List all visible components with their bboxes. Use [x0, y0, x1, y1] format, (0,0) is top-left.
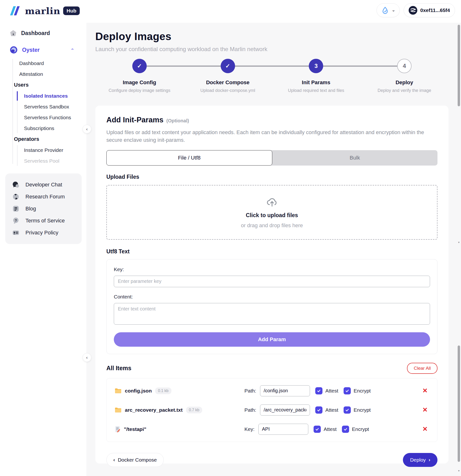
field-label: Path:: [244, 388, 256, 394]
file-dropzone[interactable]: Click to upload files or drag and drop f…: [106, 185, 437, 240]
path-input[interactable]: [260, 405, 310, 416]
attest-checkbox[interactable]: [315, 387, 322, 394]
main-content: Deploy Images Launch your confidential c…: [87, 23, 461, 476]
deploy-button[interactable]: Deploy ›: [403, 453, 437, 467]
step-init-params[interactable]: 3 Init Params Upload required text and f…: [272, 59, 360, 93]
sidebar-item-instance-provider[interactable]: Instance Provider: [0, 145, 87, 155]
key-input[interactable]: [258, 424, 308, 435]
sidebar-item-label: Oyster: [22, 47, 40, 53]
link-terms-of-service[interactable]: ? Terms of Service: [5, 215, 82, 227]
oyster-subnav: Dashboard Attestation Users Isolated Ins…: [0, 58, 87, 166]
clear-all-button[interactable]: Clear All: [407, 363, 437, 374]
dropzone-cta: Click to upload files: [246, 212, 298, 219]
optional-tag: (Optional): [166, 118, 189, 124]
dropzone-hint: or drag and drop files here: [241, 222, 303, 229]
link-developer-chat[interactable]: Developer Chat: [5, 179, 82, 191]
users-subnav: Isolated Instances Serverless Sandbox Se…: [0, 90, 87, 134]
hub-badge: Hub: [63, 7, 80, 15]
wallet-avatar-icon: [409, 6, 417, 15]
remove-item-button[interactable]: ✕: [421, 387, 429, 394]
sidebar-item-serverless-functions[interactable]: Serverless Functions: [0, 112, 87, 123]
scroll-down-arrow-icon[interactable]: ▾: [457, 469, 460, 472]
remove-item-button[interactable]: ✕: [421, 406, 429, 414]
scroll-down-arrow-icon[interactable]: ▾: [457, 241, 460, 244]
file-name: arc_recovery_packet.txt: [125, 407, 183, 413]
step-marker: ✓: [221, 59, 235, 73]
sidebar: Dashboard Oyster ⌃ Dashboard Attestation…: [0, 23, 87, 476]
encrypt-checkbox[interactable]: [342, 426, 349, 433]
memo-icon: [115, 426, 121, 432]
file-size-badge: 0.7 kb: [186, 407, 202, 413]
scrollbar-thumb[interactable]: [458, 346, 460, 462]
sidebar-footer-links: Developer Chat Research Forum Blog: [5, 173, 82, 244]
attest-checkbox[interactable]: [315, 407, 322, 414]
utf8-text-heading: Utf8 Text: [106, 248, 437, 255]
sidebar-item-serverless-sandbox[interactable]: Serverless Sandbox: [0, 101, 87, 112]
back-docker-compose-button[interactable]: ‹ Docker Compose: [106, 453, 164, 467]
all-items-heading: All Items: [106, 365, 131, 372]
step-marker: 4: [397, 59, 411, 73]
link-blog[interactable]: Blog: [5, 203, 82, 215]
sidebar-item-isolated-instances[interactable]: Isolated Instances: [0, 90, 87, 101]
page-title: Deploy Images: [95, 30, 461, 42]
network-selector[interactable]: ⌄: [376, 3, 400, 17]
remove-item-button[interactable]: ✕: [421, 425, 429, 433]
file-name: config.json: [125, 388, 152, 394]
cloud-upload-icon: [266, 196, 278, 208]
oyster-icon: [10, 46, 18, 54]
folder-icon: [115, 388, 122, 394]
sidebar-collapse-button[interactable]: ‹: [83, 353, 91, 362]
item-row: config.json 0.1 kb Path: Attest Encrypt …: [115, 381, 429, 400]
attest-checkbox[interactable]: [313, 426, 321, 433]
chevron-left-icon: ‹: [113, 457, 115, 463]
home-icon: [10, 30, 17, 37]
encrypt-label: Encrypt: [352, 426, 369, 432]
page-subtitle: Launch your confidential computing workl…: [95, 46, 461, 52]
step-deploy[interactable]: 4 Deploy Deploy and verify the image: [360, 59, 449, 93]
wallet-button[interactable]: 0xef11...65f4: [404, 3, 455, 17]
marlin-logo-icon: [10, 5, 22, 16]
sidebar-section-operators: Operators: [0, 134, 87, 145]
tab-file-utf8[interactable]: File / Utf8: [106, 150, 272, 166]
upload-files-heading: Upload Files: [106, 174, 437, 180]
folder-icon: [115, 407, 122, 413]
chat-icon: [12, 181, 20, 188]
input-mode-tabs: File / Utf8 Bulk: [106, 150, 437, 166]
sidebar-item-attestation[interactable]: Attestation: [0, 69, 87, 79]
path-input[interactable]: [260, 385, 310, 396]
add-param-button[interactable]: Add Param: [114, 332, 430, 347]
active-indicator: [17, 91, 18, 101]
marlin-logo[interactable]: marlin Hub: [10, 5, 80, 16]
param-key-input[interactable]: [114, 276, 430, 287]
sidebar-item-serverless-pool[interactable]: Serverless Pool: [0, 155, 87, 166]
link-research-forum[interactable]: Research Forum: [5, 191, 82, 203]
chevron-down-icon: ⌄: [391, 8, 395, 12]
field-label: Key:: [244, 426, 254, 432]
scrollbar-thumb[interactable]: [458, 25, 460, 106]
forum-icon: [12, 193, 20, 201]
sidebar-collapse-button[interactable]: ‹: [83, 125, 91, 133]
link-privacy-policy[interactable]: Privacy Policy: [5, 227, 82, 239]
wallet-address: 0xef11...65f4: [420, 8, 450, 13]
encrypt-checkbox[interactable]: [344, 387, 351, 394]
step-marker: 3: [309, 59, 323, 73]
page-scrollbar: ▾ ▾: [457, 23, 461, 476]
sidebar-item-dashboard[interactable]: Dashboard: [0, 27, 87, 39]
help-icon: ?: [12, 217, 20, 225]
sidebar-item-oyster[interactable]: Oyster ⌃: [0, 44, 87, 56]
section-heading: Add Init-Params: [106, 116, 164, 124]
encrypt-checkbox[interactable]: [344, 407, 351, 414]
content-label: Content:: [114, 294, 430, 300]
chevron-right-icon: ›: [429, 457, 430, 463]
deploy-stepper: ✓ Image Config Configure deploy image se…: [95, 59, 449, 95]
step-image-config[interactable]: ✓ Image Config Configure deploy image se…: [95, 59, 184, 93]
blog-icon: [12, 205, 20, 212]
attest-label: Attest: [325, 388, 338, 394]
sidebar-section-users: Users: [0, 79, 87, 90]
svg-text:?: ?: [15, 219, 17, 222]
param-content-textarea[interactable]: [114, 303, 430, 325]
sidebar-item-subscriptions[interactable]: Subscriptions: [0, 123, 87, 134]
step-docker-compose[interactable]: ✓ Docker Compose Upload docker-compose.y…: [184, 59, 272, 93]
sidebar-item-oyster-dashboard[interactable]: Dashboard: [0, 58, 87, 69]
tab-bulk[interactable]: Bulk: [272, 150, 438, 166]
